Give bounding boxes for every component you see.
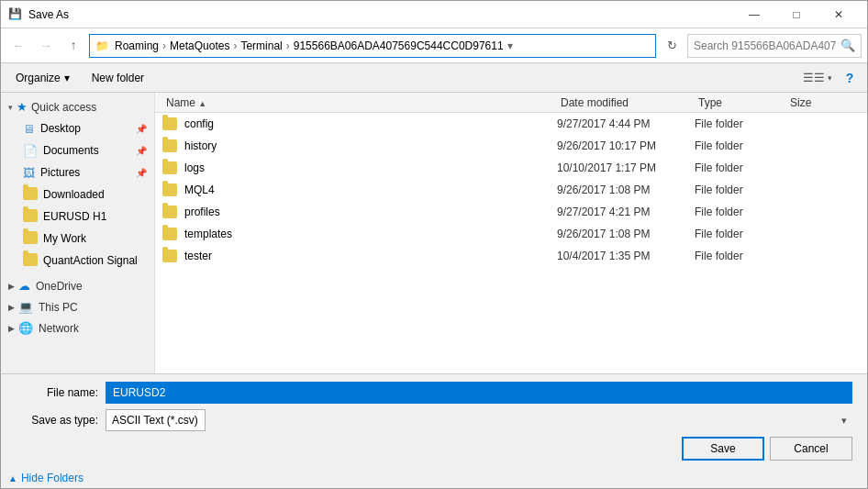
address-bar-row: ← → ↑ 📁 Roaming › MetaQuotes › Terminal … — [1, 28, 867, 63]
col-size-label: Size — [790, 96, 811, 109]
file-name: tester — [184, 250, 557, 262]
col-type-header[interactable]: Type — [695, 96, 786, 109]
onedrive-chevron: ▶ — [8, 282, 15, 291]
file-name: history — [184, 139, 557, 152]
downloaded-label: Downloaded — [43, 188, 105, 201]
folder-icon — [162, 183, 177, 196]
file-list: Name ▲ Date modified Type Size config 9/… — [155, 93, 867, 373]
breadcrumb-metaquotes[interactable]: MetaQuotes — [170, 39, 229, 52]
sidebar-section-thispc[interactable]: ▶ 💻 This PC — [1, 296, 154, 317]
breadcrumb-roaming[interactable]: Roaming — [115, 39, 159, 52]
filename-input[interactable] — [106, 382, 852, 404]
quick-access-star-icon: ★ — [17, 100, 28, 114]
file-name: templates — [184, 228, 557, 240]
thispc-label: This PC — [39, 301, 78, 314]
desktop-label: Desktop — [40, 122, 81, 135]
view-chevron: ▾ — [828, 73, 832, 83]
back-button[interactable]: ← — [6, 34, 30, 58]
maximize-button[interactable]: □ — [775, 1, 818, 28]
dropdown-arrow: ▾ — [507, 39, 513, 52]
file-date: 10/10/2017 1:17 PM — [557, 161, 695, 174]
col-type-label: Type — [698, 96, 722, 109]
minimize-button[interactable]: — — [733, 1, 775, 28]
filename-label: File name: — [16, 386, 98, 399]
close-button[interactable]: ✕ — [818, 1, 860, 28]
quick-access-label: Quick access — [31, 101, 96, 114]
file-type: File folder — [695, 117, 786, 130]
folder-icon — [162, 250, 177, 262]
filename-row: File name: — [16, 382, 852, 404]
table-row[interactable]: profiles 9/27/2017 4:21 PM File folder — [155, 201, 867, 223]
sidebar: ▾ ★ Quick access 🖥 Desktop 📌 📄 Documents… — [1, 93, 155, 373]
main-content: ▾ ★ Quick access 🖥 Desktop 📌 📄 Documents… — [1, 93, 867, 373]
view-controls: ☰☰ ▾ — [802, 66, 832, 90]
sidebar-section-network[interactable]: ▶ 🌐 Network — [1, 317, 154, 339]
save-label: Save — [710, 442, 735, 455]
network-chevron: ▶ — [8, 324, 15, 333]
file-name: profiles — [184, 206, 557, 218]
documents-pin-icon: 📌 — [136, 146, 147, 156]
col-date-label: Date modified — [561, 96, 629, 109]
new-folder-button[interactable]: New folder — [84, 67, 151, 89]
mywork-label: My Work — [43, 232, 86, 245]
table-row[interactable]: MQL4 9/26/2017 1:08 PM File folder — [155, 179, 867, 201]
table-row[interactable]: config 9/27/2017 4:44 PM File folder — [155, 113, 867, 135]
view-options-button[interactable]: ☰☰ — [802, 66, 826, 90]
quick-access-chevron: ▾ — [8, 103, 13, 112]
network-label: Network — [39, 322, 79, 335]
sidebar-item-mywork[interactable]: My Work — [1, 228, 154, 250]
sidebar-item-desktop[interactable]: 🖥 Desktop 📌 — [1, 117, 154, 139]
sidebar-item-downloaded[interactable]: Downloaded — [1, 183, 154, 206]
file-type: File folder — [695, 228, 786, 240]
table-row[interactable]: templates 9/26/2017 1:08 PM File folder — [155, 223, 867, 245]
up-button[interactable]: ↑ — [61, 34, 85, 58]
refresh-button[interactable]: ↻ — [660, 34, 684, 58]
search-input[interactable] — [694, 39, 837, 52]
sidebar-item-eurusd[interactable]: EURUSD H1 — [1, 206, 154, 228]
search-icon: 🔍 — [840, 39, 855, 52]
desktop-icon: 🖥 — [23, 122, 35, 136]
save-button[interactable]: Save — [682, 437, 764, 461]
sidebar-section-onedrive[interactable]: ▶ ☁ OneDrive — [1, 275, 154, 296]
breadcrumb-terminal[interactable]: Terminal — [240, 39, 282, 52]
col-date-header[interactable]: Date modified — [557, 96, 695, 109]
savetype-select[interactable]: ASCII Text (*.csv) — [106, 409, 206, 431]
table-row[interactable]: tester 10/4/2017 1:35 PM File folder — [155, 245, 867, 267]
mywork-folder-icon — [23, 231, 38, 246]
file-date: 9/27/2017 4:44 PM — [557, 117, 695, 130]
hide-folders-row[interactable]: ▲ Hide Folders — [1, 468, 867, 488]
savetype-row: Save as type: ASCII Text (*.csv) — [16, 409, 852, 431]
dialog-icon: 💾 — [8, 7, 23, 22]
breadcrumb-hash[interactable]: 915566BA06ADA407569C544CC0D97611 — [294, 39, 504, 52]
sidebar-section-quick-access[interactable]: ▾ ★ Quick access — [1, 96, 154, 117]
sidebar-item-pictures[interactable]: 🖼 Pictures 📌 — [1, 161, 154, 183]
file-list-header: Name ▲ Date modified Type Size — [155, 93, 867, 113]
forward-button[interactable]: → — [34, 34, 58, 58]
file-rows-container: config 9/27/2017 4:44 PM File folder his… — [155, 113, 867, 267]
title-bar: 💾 Save As — □ ✕ — [1, 1, 867, 28]
organize-button[interactable]: Organize ▾ — [8, 67, 77, 89]
hide-folders-label: Hide Folders — [21, 472, 83, 484]
downloaded-icon — [23, 187, 38, 202]
onedrive-icon: ☁ — [18, 279, 30, 293]
cancel-label: Cancel — [794, 442, 828, 455]
folder-icon — [162, 206, 177, 218]
cancel-button[interactable]: Cancel — [770, 437, 852, 461]
folder-icon — [162, 228, 177, 240]
table-row[interactable]: logs 10/10/2017 1:17 PM File folder — [155, 157, 867, 179]
thispc-chevron: ▶ — [8, 303, 15, 312]
sort-arrow: ▲ — [198, 99, 206, 108]
help-button[interactable]: ? — [840, 68, 860, 88]
organize-chevron: ▾ — [64, 72, 70, 84]
file-date: 9/26/2017 1:08 PM — [557, 183, 695, 196]
breadcrumb-folder-icon: 📁 — [95, 39, 109, 52]
sidebar-item-documents[interactable]: 📄 Documents 📌 — [1, 139, 154, 161]
folder-icon — [162, 117, 177, 130]
table-row[interactable]: history 9/26/2017 10:17 PM File folder — [155, 135, 867, 157]
sidebar-item-quantaction[interactable]: QuantAction Signal — [1, 250, 154, 272]
quantaction-folder-icon — [23, 253, 38, 268]
col-name-header[interactable]: Name ▲ — [162, 96, 557, 109]
col-size-header[interactable]: Size — [786, 96, 860, 109]
file-date: 9/27/2017 4:21 PM — [557, 206, 695, 218]
address-box[interactable]: 📁 Roaming › MetaQuotes › Terminal › 9155… — [89, 34, 656, 58]
